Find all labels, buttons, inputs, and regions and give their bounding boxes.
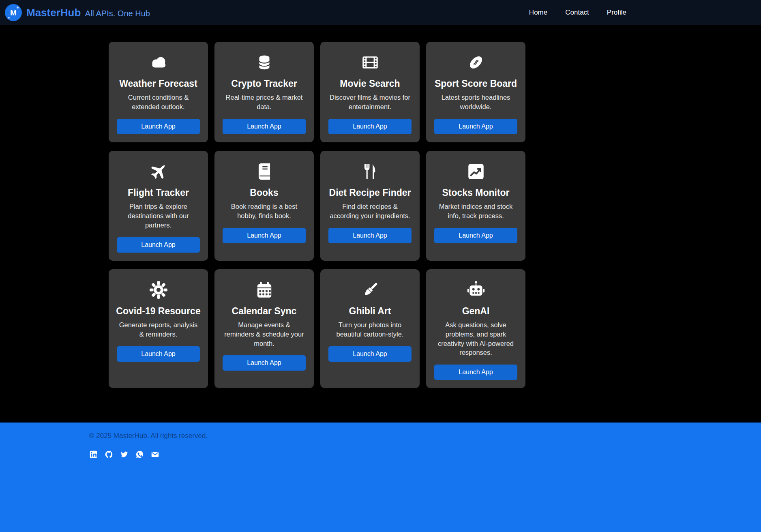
card-description: Plan trips & explore destinations with o…	[117, 202, 200, 230]
card-description: Generate reports, analysis & reminders.	[117, 320, 200, 339]
nav-link-profile[interactable]: Profile	[607, 9, 626, 17]
card-title: Ghibli Art	[349, 306, 391, 316]
app-card-grid: Weather Forecast Current conditions & ex…	[109, 42, 761, 388]
card-calendar-sync: Calendar Sync Manage events & reminders …	[214, 269, 314, 388]
card-description: Current conditions & extended outlook.	[117, 93, 200, 112]
launch-app-button[interactable]: Launch App	[117, 346, 200, 362]
card-crypto-tracker: Crypto Tracker Real-time prices & market…	[214, 42, 314, 142]
cloud-icon	[148, 52, 169, 73]
github-icon	[105, 450, 113, 459]
main-content: Weather Forecast Current conditions & ex…	[0, 25, 761, 423]
top-nav: HomeContactProfile	[529, 9, 626, 17]
footer: © 2025 MasterHub. All rights reserved.	[0, 423, 761, 532]
twitter-link[interactable]	[120, 450, 129, 459]
brand-text: MasterHub All APIs. One Hub	[26, 6, 150, 19]
logo-letter: M	[10, 9, 17, 17]
card-flight-tracker: Flight Tracker Plan trips & explore dest…	[109, 151, 208, 261]
calendar-icon	[254, 280, 274, 300]
linkedin-icon	[89, 450, 98, 459]
card-title: Stocks Monitor	[442, 187, 509, 198]
navbar: M MasterHub All APIs. One Hub HomeContac…	[0, 0, 761, 25]
whatsapp-icon	[135, 450, 144, 459]
github-link[interactable]	[105, 450, 113, 459]
card-description: Book reading is a best hobby, finds book…	[223, 202, 306, 221]
card-description: Ask questions, solve problems, and spark…	[434, 320, 517, 357]
launch-app-button[interactable]: Launch App	[328, 346, 412, 362]
football-icon	[466, 52, 486, 73]
nav-link-home[interactable]: Home	[529, 9, 547, 17]
utensils-icon	[360, 161, 380, 182]
card-title: Weather Forecast	[119, 78, 197, 89]
card-description: Manage events & reminders & schedule you…	[223, 320, 306, 348]
card-description: Find diet recipes & according your ingre…	[328, 202, 412, 221]
social-links	[89, 450, 761, 459]
masterhub-logo: M	[5, 4, 22, 21]
card-stocks-monitor: Stocks Monitor Market indices and stock …	[426, 151, 525, 261]
launch-app-button[interactable]: Launch App	[328, 228, 412, 243]
card-sport-score-board: Sport Score Board Latest sports headline…	[426, 42, 525, 142]
card-books: Books Book reading is a best hobby, find…	[214, 151, 314, 261]
card-title: Flight Tracker	[128, 187, 189, 198]
brand-name: MasterHub	[26, 6, 81, 19]
launch-app-button[interactable]: Launch App	[223, 228, 306, 243]
card-description: Latest sports headlines worldwide.	[434, 93, 517, 112]
card-title: Movie Search	[340, 78, 400, 89]
launch-app-button[interactable]: Launch App	[434, 365, 517, 380]
twitter-icon	[120, 450, 129, 459]
card-description: Real-time prices & market data.	[223, 93, 306, 112]
card-weather-forecast: Weather Forecast Current conditions & ex…	[109, 42, 208, 142]
launch-app-button[interactable]: Launch App	[117, 119, 200, 134]
card-description: Discover films & movies for entertainmen…	[328, 93, 412, 112]
coins-icon	[254, 52, 274, 73]
card-title: Diet Recipe Finder	[329, 187, 411, 198]
paintbrush-icon	[360, 280, 380, 300]
linkedin-link[interactable]	[89, 450, 98, 459]
nav-link-contact[interactable]: Contact	[565, 9, 589, 17]
launch-app-button[interactable]: Launch App	[223, 355, 306, 371]
launch-app-button[interactable]: Launch App	[223, 119, 306, 134]
gear-icon	[148, 280, 169, 300]
whatsapp-link[interactable]	[135, 450, 144, 459]
launch-app-button[interactable]: Launch App	[434, 228, 517, 243]
plane-icon	[148, 161, 169, 182]
email-icon	[151, 450, 159, 459]
card-diet-recipe-finder: Diet Recipe Finder Find diet recipes & a…	[320, 151, 420, 261]
email-link[interactable]	[151, 450, 159, 459]
card-title: GenAI	[462, 306, 490, 316]
launch-app-button[interactable]: Launch App	[434, 119, 517, 134]
film-icon	[360, 52, 380, 73]
copyright-text: © 2025 MasterHub. All rights reserved.	[89, 431, 761, 441]
brand[interactable]: M MasterHub All APIs. One Hub	[5, 4, 150, 21]
brand-tagline: All APIs. One Hub	[85, 9, 150, 18]
chart-icon	[466, 161, 486, 182]
card-covid-19-resource: Covid-19 Resource Generate reports, anal…	[109, 269, 208, 388]
card-title: Sport Score Board	[435, 78, 517, 89]
card-description: Turn your photos into beautiful cartoon-…	[328, 320, 412, 339]
robot-icon	[466, 280, 486, 300]
card-title: Crypto Tracker	[231, 78, 297, 89]
card-description: Market indices and stock info, track pro…	[434, 202, 517, 221]
card-title: Calendar Sync	[232, 306, 297, 316]
card-ghibli-art: Ghibli Art Turn your photos into beautif…	[320, 269, 420, 388]
book-icon	[254, 161, 274, 182]
card-genai: GenAI Ask questions, solve problems, and…	[426, 269, 525, 388]
card-title: Books	[250, 187, 278, 198]
card-movie-search: Movie Search Discover films & movies for…	[320, 42, 420, 142]
launch-app-button[interactable]: Launch App	[328, 119, 412, 134]
card-title: Covid-19 Resource	[116, 306, 200, 316]
launch-app-button[interactable]: Launch App	[117, 237, 200, 253]
